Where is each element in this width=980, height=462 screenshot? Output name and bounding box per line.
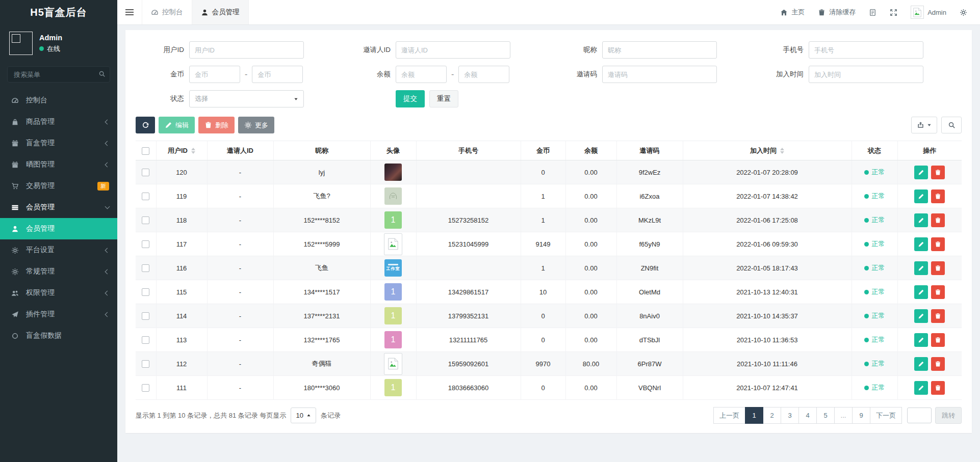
row-delete-button[interactable] [931, 285, 945, 299]
row-delete-button[interactable] [931, 261, 945, 275]
column-header-nickname[interactable]: 昵称 [273, 141, 370, 160]
row-checkbox[interactable] [142, 169, 149, 176]
sidebar-item-member[interactable]: 会员管理 [0, 218, 117, 239]
tab-console[interactable]: 控制台 [142, 0, 192, 24]
page-size-select[interactable]: 10 [291, 407, 316, 423]
export-button[interactable] [911, 117, 937, 133]
row-delete-button[interactable] [931, 309, 945, 323]
sidebar-item-trade[interactable]: 交易管理新 [0, 175, 117, 197]
row-checkbox[interactable] [142, 193, 149, 200]
inviter-id-input[interactable] [396, 41, 510, 59]
row-delete-button[interactable] [931, 237, 945, 251]
sidebar-item-platform[interactable]: 平台设置 [0, 239, 117, 261]
status-dot-icon [864, 194, 869, 199]
row-checkbox[interactable] [142, 384, 149, 392]
table-search-button[interactable] [941, 117, 962, 133]
sidebar-item-member-parent[interactable]: 会员管理 [0, 197, 117, 218]
row-edit-button[interactable] [914, 166, 928, 179]
submit-button[interactable]: 提交 [396, 90, 425, 107]
row-edit-button[interactable] [914, 237, 928, 251]
row-checkbox[interactable] [142, 216, 149, 224]
jump-page-input[interactable] [907, 407, 932, 423]
sidebar-toggle-button[interactable] [117, 0, 142, 24]
row-checkbox[interactable] [142, 264, 149, 272]
column-header-ops[interactable]: 操作 [897, 141, 962, 160]
trash-icon [935, 265, 941, 271]
column-header-time[interactable]: 加入时间 [683, 141, 852, 160]
sidebar-item-permission[interactable]: 权限管理 [0, 282, 117, 304]
column-header-code[interactable]: 邀请码 [616, 141, 683, 160]
refresh-button[interactable] [136, 117, 155, 133]
sidebar-item-goods[interactable]: 商品管理 [0, 111, 117, 132]
nav-fullscreen-button[interactable] [883, 0, 904, 25]
prev-page-button[interactable]: 上一页 [713, 407, 745, 424]
nickname-input[interactable] [602, 41, 717, 59]
jump-button[interactable]: 跳转 [935, 407, 962, 424]
invite-code-input[interactable] [602, 66, 717, 83]
balance-max-input[interactable] [458, 66, 509, 83]
row-checkbox[interactable] [142, 360, 149, 368]
cell-status: 正常 [852, 160, 897, 184]
column-header-balance[interactable]: 余额 [565, 141, 616, 160]
coins-max-input[interactable] [252, 66, 303, 83]
menu-search-input[interactable] [7, 66, 110, 83]
sidebar-item-console[interactable]: 控制台 [0, 90, 117, 111]
column-header-phone[interactable]: 手机号 [416, 141, 521, 160]
row-checkbox[interactable] [142, 336, 149, 344]
select-all-checkbox[interactable] [142, 147, 149, 155]
page-button-5[interactable]: 5 [816, 407, 835, 424]
row-checkbox[interactable] [142, 312, 149, 320]
nav-clearcache-button[interactable]: 清除缓存 [811, 0, 862, 25]
filter-field-balance: 余额- [342, 66, 549, 83]
join-time-input[interactable] [809, 66, 923, 83]
page-button-2[interactable]: 2 [763, 407, 781, 424]
column-header-status[interactable]: 状态 [852, 141, 897, 160]
row-edit-button[interactable] [914, 213, 928, 227]
page-button-9[interactable]: 9 [852, 407, 870, 424]
tab-member[interactable]: 会员管理 [192, 0, 249, 24]
sidebar-item-plugin[interactable]: 插件管理 [0, 304, 117, 325]
column-header-inviter[interactable]: 邀请人ID [207, 141, 273, 160]
row-edit-button[interactable] [914, 333, 928, 347]
reset-button[interactable]: 重置 [429, 90, 458, 107]
sidebar-item-blindbox[interactable]: 盲盒管理 [0, 132, 117, 154]
phone-input[interactable] [809, 41, 923, 59]
sidebar-item-label: 控制台 [26, 96, 109, 105]
page-button-3[interactable]: 3 [781, 407, 799, 424]
row-edit-button[interactable] [914, 261, 928, 275]
column-header-id[interactable]: 用户ID [156, 141, 207, 160]
row-edit-button[interactable] [914, 309, 928, 323]
row-delete-button[interactable] [931, 357, 945, 371]
sidebar-item-photos[interactable]: 晒图管理 [0, 154, 117, 175]
balance-min-input[interactable] [396, 66, 447, 83]
row-delete-button[interactable] [931, 189, 945, 203]
nav-settings-button[interactable] [953, 0, 974, 25]
column-header-avatar[interactable]: 头像 [370, 141, 416, 160]
page-button-1[interactable]: 1 [745, 407, 763, 424]
coins-min-input[interactable] [189, 66, 240, 83]
more-button[interactable]: 更多 [238, 117, 274, 133]
table-row: 117-152****59991523104599991490.00f65yN9… [136, 232, 962, 256]
row-edit-button[interactable] [914, 357, 928, 371]
row-delete-button[interactable] [931, 333, 945, 347]
next-page-button[interactable]: 下一页 [870, 407, 902, 424]
nav-profile[interactable]: Admin [904, 0, 953, 25]
nav-language-button[interactable] [862, 0, 883, 25]
user-id-input[interactable] [189, 41, 304, 59]
row-checkbox[interactable] [142, 240, 149, 248]
nav-home-button[interactable]: 主页 [773, 0, 811, 25]
row-delete-button[interactable] [931, 213, 945, 227]
delete-button[interactable]: 删除 [198, 117, 235, 133]
sidebar-item-general[interactable]: 常规管理 [0, 261, 117, 282]
row-edit-button[interactable] [914, 285, 928, 299]
row-delete-button[interactable] [931, 166, 945, 179]
row-delete-button[interactable] [931, 381, 945, 395]
column-header-coins[interactable]: 金币 [521, 141, 565, 160]
edit-button[interactable]: 编辑 [159, 117, 195, 133]
sidebar-item-fake-data[interactable]: 盲盒假数据 [0, 325, 117, 346]
row-edit-button[interactable] [914, 381, 928, 395]
row-checkbox[interactable] [142, 288, 149, 296]
page-button-4[interactable]: 4 [798, 407, 817, 424]
row-edit-button[interactable] [914, 189, 928, 203]
status-select[interactable]: 选择 [189, 90, 304, 107]
